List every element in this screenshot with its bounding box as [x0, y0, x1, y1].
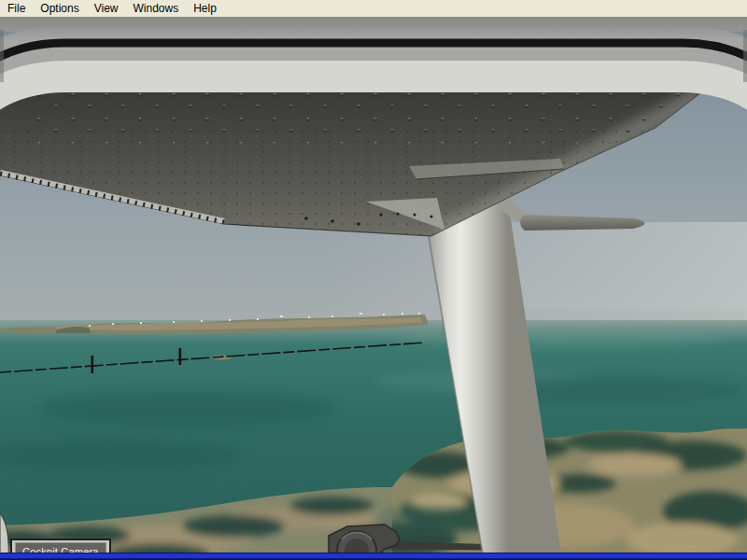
menu-file[interactable]: File	[7, 0, 25, 17]
flight-sim-window: File Options View Windows Help	[0, 0, 747, 560]
simulator-viewport[interactable]	[0, 17, 747, 560]
menu-help[interactable]: Help	[193, 0, 217, 17]
menu-bar: File Options View Windows Help	[0, 0, 747, 17]
menu-options[interactable]: Options	[40, 0, 78, 17]
menu-view[interactable]: View	[94, 0, 119, 17]
window-edge-line	[0, 553, 747, 560]
menu-windows[interactable]: Windows	[134, 0, 179, 17]
